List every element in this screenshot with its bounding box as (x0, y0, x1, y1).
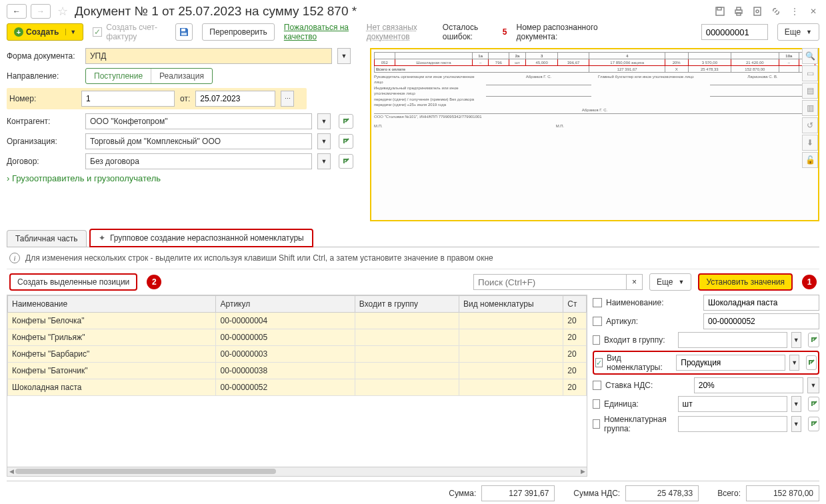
side-article-input[interactable] (703, 313, 819, 329)
tab-group-create[interactable]: ✦ Групповое создание нераспознанной номе… (89, 229, 313, 247)
type-open[interactable] (806, 355, 817, 370)
preview-icon[interactable] (751, 5, 763, 17)
doc-form-dropdown[interactable]: ▼ (337, 48, 351, 64)
direction-toggle[interactable]: Поступление Реализация (85, 68, 213, 84)
date-picker-button[interactable]: ⋯ (281, 91, 294, 107)
no-linked-docs[interactable]: Нет связаных документов (367, 23, 433, 41)
contract-dropdown[interactable]: ▼ (317, 153, 331, 169)
direction-in[interactable]: Поступление (86, 69, 151, 83)
sum-value: 127 391,67 (481, 485, 555, 501)
complain-link[interactable]: Пожаловаться на качество (284, 23, 357, 41)
nav-forward[interactable]: → (31, 4, 51, 19)
type-dd[interactable]: ▼ (789, 355, 799, 371)
contract-input[interactable]: Без договора (85, 153, 312, 169)
counterparty-input[interactable]: ООО "Конфетопром" (85, 113, 312, 129)
direction-out[interactable]: Реализация (151, 69, 212, 83)
side-vat-input[interactable] (694, 377, 803, 393)
download-icon[interactable]: ⬇ (802, 135, 818, 151)
table-row[interactable]: Конфеты "Белочка"00-0000000420 (8, 313, 587, 329)
col-group[interactable]: Входит в группу (355, 296, 459, 313)
create-button[interactable]: + Создать ▼ (7, 23, 83, 41)
group-dd[interactable]: ▼ (791, 332, 801, 348)
unit-dd[interactable]: ▼ (791, 396, 801, 412)
recognized-docnum-input[interactable] (701, 24, 768, 40)
group-checkbox[interactable] (593, 335, 600, 345)
layout1-icon[interactable]: ▭ (802, 65, 818, 81)
create-invoice-toggle[interactable]: ✓ Создать счет-фактуру (93, 23, 166, 41)
table-row[interactable]: Конфеты "Грильяж"00-0000000520 (8, 329, 587, 346)
page-title: Документ № 1 от 25.07.2023 на сумму 152 … (75, 4, 710, 19)
side-type-input[interactable] (676, 355, 785, 371)
org-dropdown[interactable]: ▼ (317, 133, 331, 149)
col-type[interactable]: Вид номенклатуры (459, 296, 563, 313)
nomgroup-checkbox[interactable] (593, 419, 600, 429)
date-input[interactable] (195, 91, 275, 107)
vat-dd[interactable]: ▼ (807, 377, 819, 393)
side-name-input[interactable] (703, 295, 819, 311)
reset-icon[interactable]: ↺ (802, 117, 818, 133)
contract-label: Договор: (7, 157, 80, 166)
close-icon[interactable]: ✕ (807, 5, 819, 17)
chevron-down-icon[interactable]: ▼ (65, 29, 76, 35)
zoom-in-icon[interactable]: 🔍 (802, 48, 818, 64)
article-checkbox[interactable] (593, 317, 602, 326)
org-label: Организация: (7, 137, 80, 146)
remaining-errors-value: 5 (503, 27, 507, 37)
lock-icon[interactable]: 🔓 (802, 152, 818, 168)
side-name-label: Наименование: (606, 298, 699, 307)
save-icon[interactable] (714, 5, 726, 17)
save-disk-button[interactable] (175, 23, 193, 41)
table-row[interactable]: Конфеты "Батончик"00-0000003820 (8, 363, 587, 379)
search-clear[interactable]: × (627, 274, 643, 290)
group-open[interactable] (808, 333, 819, 347)
col-name[interactable]: Наименование (8, 296, 216, 313)
doc-form-input[interactable]: УПД (85, 48, 332, 64)
vat-value: 25 478,33 (625, 485, 699, 501)
side-nomgroup-input[interactable] (678, 416, 787, 432)
recheck-button[interactable]: Перепроверить (202, 23, 275, 41)
name-checkbox[interactable] (593, 298, 602, 307)
nomgroup-dd[interactable]: ▼ (791, 416, 801, 432)
contract-open[interactable] (339, 154, 353, 169)
table-row[interactable]: Конфеты "Барбарис"00-0000000320 (8, 346, 587, 363)
print-icon[interactable] (733, 5, 745, 17)
vat-checkbox[interactable] (593, 381, 601, 390)
more-button-mid[interactable]: Еще▼ (649, 273, 691, 291)
document-preview[interactable]: 1а2а3410а11 052Шоколадная паста– 796шт 4… (370, 48, 819, 221)
col-rate[interactable]: Ст (563, 296, 587, 313)
nav-back[interactable]: ← (7, 4, 27, 19)
more-vert-icon[interactable]: ⋮ (789, 5, 801, 17)
svg-rect-5 (754, 7, 761, 15)
unit-open[interactable] (808, 397, 819, 411)
search-input[interactable] (473, 274, 627, 290)
layout3-icon[interactable]: ▥ (802, 100, 818, 116)
side-unit-input[interactable] (678, 396, 787, 412)
side-unit-label: Единица: (604, 399, 674, 409)
org-open[interactable] (339, 134, 353, 149)
shipper-consignee-link[interactable]: Грузоотправитель и грузополучатель (7, 173, 161, 183)
step-badge-2: 2 (147, 275, 161, 289)
create-selected-button[interactable]: Создать выделенные позиции (9, 273, 137, 291)
org-input[interactable]: Торговый дом "Комплексный" ООО (85, 133, 312, 149)
items-grid[interactable]: Наименование Артикул Входит в группу Вид… (7, 295, 587, 467)
more-button-top[interactable]: Еще ▼ (777, 23, 819, 41)
set-values-button[interactable]: Установить значения (698, 273, 793, 291)
unit-checkbox[interactable] (593, 399, 600, 409)
nomgroup-open[interactable] (808, 417, 819, 431)
horizontal-scrollbar[interactable]: ◀▶ (7, 467, 587, 477)
side-group-input[interactable] (678, 332, 787, 348)
type-checkbox[interactable]: ✓ (595, 358, 603, 367)
layout2-icon[interactable]: ▤ (802, 83, 818, 99)
counterparty-dropdown[interactable]: ▼ (317, 113, 331, 129)
direction-label: Направление: (7, 71, 80, 81)
tab-table-part[interactable]: Табличная часть (7, 230, 87, 247)
number-input[interactable] (81, 91, 175, 107)
sum-label: Сумма: (449, 489, 476, 498)
doc-form-label: Форма документа: (7, 51, 80, 61)
side-nomgroup-label: Номенклатурная группа: (604, 415, 674, 433)
link-icon[interactable] (770, 5, 782, 17)
counterparty-open[interactable] (339, 114, 353, 129)
col-article[interactable]: Артикул (216, 296, 355, 313)
table-row[interactable]: Шоколадная паста00-0000005220 (8, 379, 587, 396)
favorite-star[interactable]: ☆ (57, 4, 68, 19)
